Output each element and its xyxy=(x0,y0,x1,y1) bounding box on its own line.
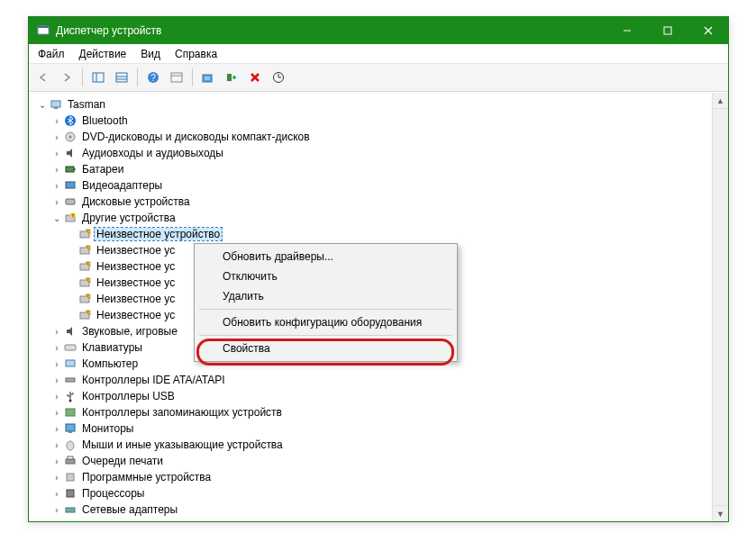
minimize-button[interactable] xyxy=(606,17,647,44)
tree-label: Bluetooth xyxy=(80,114,130,127)
tree-category[interactable]: › Батареи xyxy=(31,161,728,177)
tree-label: Аудиовходы и аудиовыходы xyxy=(80,147,225,159)
chevron-right-icon[interactable]: › xyxy=(50,505,63,515)
svg-rect-28 xyxy=(66,182,75,188)
keyboard-icon xyxy=(63,340,77,355)
chevron-right-icon[interactable]: › xyxy=(50,440,63,450)
tree-category[interactable]: › Контроллеры USB xyxy=(31,388,728,404)
tree-category[interactable]: › Контроллеры IDE ATA/ATAPI xyxy=(31,372,728,388)
tree-label: Видеоадаптеры xyxy=(80,179,164,192)
tree-label: Неизвестное ус xyxy=(95,276,177,289)
svg-rect-45 xyxy=(65,345,76,350)
back-button[interactable] xyxy=(32,67,54,88)
tree-category[interactable]: › Мониторы xyxy=(31,420,728,437)
update-driver-button[interactable] xyxy=(268,67,289,88)
scan-button[interactable] xyxy=(197,67,219,88)
unknown-device-icon: ! xyxy=(77,227,92,241)
chevron-right-icon[interactable]: › xyxy=(50,149,63,158)
chevron-right-icon[interactable]: › xyxy=(50,132,63,142)
tree-category[interactable]: › Программные устройства xyxy=(31,469,728,485)
chevron-down-icon[interactable]: ⌄ xyxy=(36,100,49,110)
menu-file[interactable]: Файл xyxy=(31,46,72,62)
chevron-right-icon[interactable]: › xyxy=(50,424,63,434)
menu-help[interactable]: Справка xyxy=(168,46,224,62)
svg-text:?: ? xyxy=(72,213,75,219)
chevron-right-icon[interactable]: › xyxy=(50,456,63,466)
chevron-right-icon[interactable]: › xyxy=(50,473,63,483)
help-button[interactable]: ? xyxy=(142,67,164,88)
tree-category[interactable]: › DVD-дисководы и дисководы компакт-диск… xyxy=(31,129,728,145)
add-legacy-button[interactable] xyxy=(221,67,242,88)
titlebar: Диспетчер устройств xyxy=(29,17,728,44)
tree-label: Контроллеры USB xyxy=(80,390,177,402)
uninstall-button[interactable] xyxy=(244,67,266,88)
menu-view[interactable]: Вид xyxy=(133,46,168,62)
monitor-icon xyxy=(63,421,77,436)
show-hide-button[interactable] xyxy=(87,67,109,88)
mouse-icon xyxy=(63,438,77,452)
tree-category[interactable]: › Очереди печати xyxy=(31,453,728,469)
context-separator xyxy=(199,309,452,310)
usb-icon xyxy=(63,389,77,403)
svg-text:!: ! xyxy=(87,294,88,299)
vertical-scrollbar[interactable]: ▲ ▼ xyxy=(712,93,728,521)
menu-action[interactable]: Действие xyxy=(72,46,134,62)
context-update-drivers[interactable]: Обновить драйверы... xyxy=(197,247,454,266)
maximize-button[interactable] xyxy=(647,17,688,44)
tree-label: Мыши и иные указывающие устройства xyxy=(80,438,285,451)
svg-rect-47 xyxy=(66,378,75,382)
tree-category[interactable]: › Bluetooth xyxy=(31,113,728,129)
action-button[interactable] xyxy=(166,67,187,88)
context-delete[interactable]: Удалить xyxy=(197,286,454,306)
chevron-right-icon[interactable]: › xyxy=(50,116,63,126)
chevron-down-icon[interactable]: ⌄ xyxy=(50,213,63,223)
properties-button[interactable] xyxy=(111,67,132,88)
svg-rect-54 xyxy=(68,456,73,459)
context-properties[interactable]: Свойства xyxy=(197,339,454,358)
tree-label: Компьютер xyxy=(80,357,140,370)
chevron-right-icon[interactable]: › xyxy=(50,165,63,175)
tree-item-unknown[interactable]: ! Неизвестное устройство xyxy=(31,226,728,242)
context-separator xyxy=(199,335,452,336)
sound-icon xyxy=(63,324,77,339)
chevron-right-icon[interactable]: › xyxy=(50,343,63,353)
chevron-right-icon[interactable]: › xyxy=(50,327,63,337)
tree-label: DVD-дисководы и дисководы компакт-дисков xyxy=(80,131,312,143)
svg-rect-53 xyxy=(66,459,75,464)
tree-root[interactable]: ⌄ Tasman xyxy=(31,96,728,113)
scroll-down-button[interactable]: ▼ xyxy=(713,505,728,521)
chevron-right-icon[interactable]: › xyxy=(50,489,63,499)
unknown-device-icon: ! xyxy=(77,292,92,306)
audio-icon xyxy=(63,146,77,160)
chevron-right-icon[interactable]: › xyxy=(50,375,63,385)
tree-label: Неизвестное ус xyxy=(95,309,177,321)
svg-text:!: ! xyxy=(87,229,88,234)
tree-category[interactable]: › Аудиовходы и аудиовыходы xyxy=(31,145,728,161)
tree-category[interactable]: › Мыши и иные указывающие устройства xyxy=(31,437,728,453)
network-adapter-icon xyxy=(63,502,77,517)
svg-rect-51 xyxy=(68,431,72,433)
chevron-right-icon[interactable]: › xyxy=(50,392,63,402)
scroll-up-button[interactable]: ▲ xyxy=(713,93,728,109)
unknown-device-icon: ! xyxy=(77,259,92,274)
chevron-right-icon[interactable]: › xyxy=(50,197,63,207)
tree-label: Клавиатуры xyxy=(80,341,144,354)
tree-category-other[interactable]: ⌄ ? Другие устройства xyxy=(31,210,728,226)
svg-rect-57 xyxy=(66,508,75,512)
svg-rect-22 xyxy=(54,107,58,109)
close-button[interactable] xyxy=(688,17,728,44)
unknown-device-icon: ! xyxy=(77,308,92,322)
tree-category[interactable]: › Контроллеры запоминающих устройств xyxy=(31,404,728,420)
tree-category[interactable]: › Сетевые адаптеры xyxy=(31,501,728,518)
tree-category[interactable]: › Дисковые устройства xyxy=(31,194,728,210)
forward-button[interactable] xyxy=(56,67,77,88)
context-scan-hardware[interactable]: Обновить конфигурацию оборудования xyxy=(197,312,454,332)
chevron-right-icon[interactable]: › xyxy=(50,359,63,369)
svg-text:!: ! xyxy=(87,277,88,283)
tree-category[interactable]: › Процессоры xyxy=(31,485,728,501)
svg-rect-3 xyxy=(664,27,671,34)
chevron-right-icon[interactable]: › xyxy=(50,181,63,191)
tree-category[interactable]: › Видеоадаптеры xyxy=(31,177,728,194)
context-disable[interactable]: Отключить xyxy=(197,266,454,286)
chevron-right-icon[interactable]: › xyxy=(50,408,63,418)
